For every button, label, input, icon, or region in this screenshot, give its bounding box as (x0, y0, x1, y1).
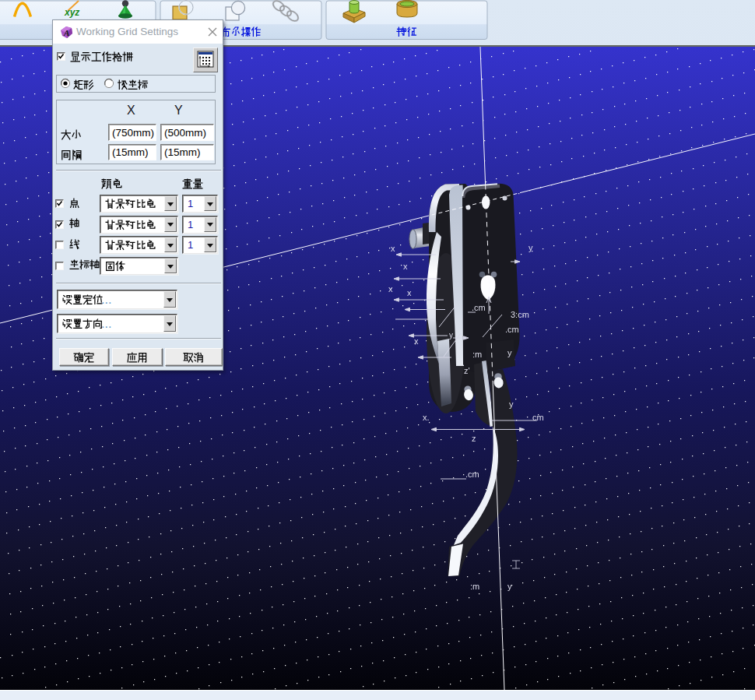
svg-text:x.: x. (423, 413, 430, 422)
svg-text:y: y (528, 243, 533, 252)
svg-text:y: y (449, 331, 453, 339)
svg-text::m: :m (470, 582, 479, 591)
svg-text:3:cm: 3:cm (511, 310, 529, 319)
svg-text:A: A (63, 28, 69, 37)
svg-text:.cm: .cm (472, 303, 486, 312)
svg-text:x: x (414, 336, 419, 346)
svg-text:y: y (507, 582, 512, 591)
svg-text:.cm: .cm (505, 325, 519, 334)
svg-text:xyz: xyz (64, 7, 79, 18)
svg-text::m: :m (472, 350, 482, 359)
svg-text:x: x (407, 288, 412, 297)
svg-text:x: x (391, 244, 395, 253)
svg-text:z': z' (464, 366, 470, 375)
svg-text:.cm: .cm (465, 470, 479, 479)
svg-text:x: x (403, 262, 408, 271)
svg-text:y: y (507, 348, 512, 357)
svg-text:x: x (388, 284, 393, 294)
svg-text:y: y (509, 399, 514, 409)
svg-text:z: z (472, 434, 476, 443)
svg-text:cm: cm (532, 413, 544, 422)
